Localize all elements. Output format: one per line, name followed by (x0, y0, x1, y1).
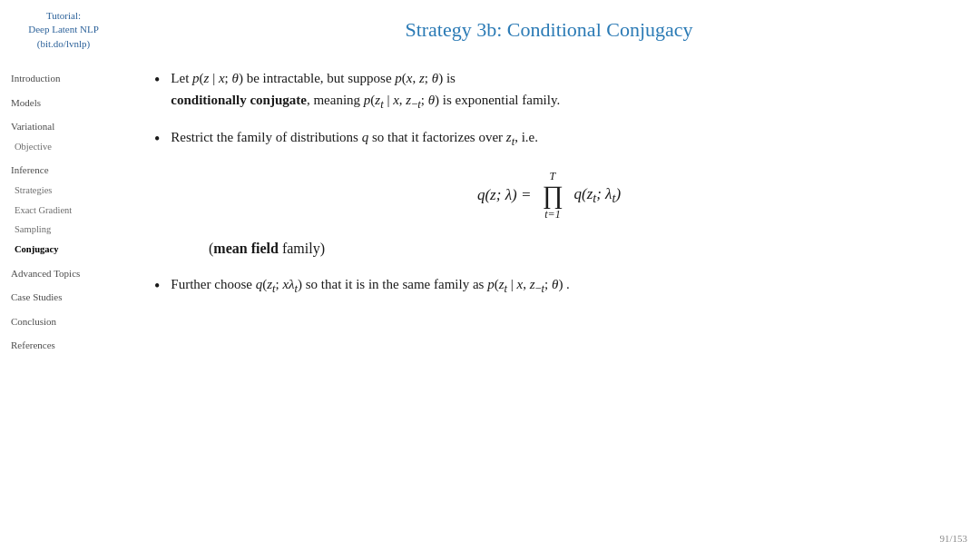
sidebar-item-conclusion[interactable]: Conclusion (7, 312, 120, 331)
bullet-1: • Let p(z | x; θ) be intractable, but su… (154, 67, 944, 113)
sidebar: Tutorial: Deep Latent NLP (bit.do/lvnlp)… (0, 0, 127, 551)
bullet-3-text: Further choose q(zt; xλt) so that it is … (171, 273, 944, 298)
bullet-3: • Further choose q(zt; xλt) so that it i… (154, 273, 944, 299)
formula-rhs: q(zt; λt) (573, 182, 621, 209)
product-symbol: ∏ (542, 182, 563, 208)
sidebar-item-conjugacy[interactable]: Conjugacy (7, 241, 120, 259)
bullet-dot-1: • (154, 68, 160, 93)
formula-product: T ∏ t=1 (542, 170, 563, 221)
slide-title: Strategy 3b: Conditional Conjugacy (154, 18, 944, 42)
sidebar-item-objective[interactable]: Objective (7, 138, 120, 156)
bullet-2: • Restrict the family of distributions q… (154, 126, 944, 152)
sidebar-title-line2: Deep Latent NLP (7, 23, 120, 36)
sidebar-item-exact-gradient[interactable]: Exact Gradient (7, 202, 120, 220)
main-content: Strategy 3b: Conditional Conjugacy • Let… (127, 0, 980, 551)
sidebar-item-variational[interactable]: Variational (7, 117, 120, 136)
sidebar-item-sampling[interactable]: Sampling (7, 221, 120, 239)
formula-block: q(z; λ) = T ∏ t=1 q(zt; λt) (154, 170, 944, 221)
bullet-dot-3: • (154, 274, 160, 299)
bullet1-bold: conditionally conjugate (171, 93, 307, 107)
bullet-2-text: Restrict the family of distributions q s… (171, 126, 944, 151)
mean-field-bold: mean field (213, 241, 279, 256)
bullet-dot-2: • (154, 127, 160, 152)
sidebar-item-strategies[interactable]: Strategies (7, 182, 120, 200)
formula-lhs: q(z; λ) = (477, 182, 531, 209)
sidebar-title-line1: Tutorial: (7, 9, 120, 23)
sidebar-item-introduction[interactable]: Introduction (7, 69, 120, 88)
content-body: • Let p(z | x; θ) be intractable, but su… (154, 67, 944, 533)
sidebar-item-case-studies[interactable]: Case Studies (7, 288, 120, 307)
page-number: 91/153 (939, 533, 967, 544)
sidebar-item-models[interactable]: Models (7, 93, 120, 113)
sidebar-title: Tutorial: Deep Latent NLP (bit.do/lvnlp) (7, 9, 120, 51)
formula-row: q(z; λ) = T ∏ t=1 q(zt; λt) (477, 170, 621, 221)
sidebar-item-advanced-topics[interactable]: Advanced Topics (7, 264, 120, 283)
sidebar-item-inference[interactable]: Inference (7, 161, 120, 180)
product-bottom: t=1 (544, 208, 560, 221)
mean-field: (mean field family) (209, 236, 944, 261)
bullet-1-text: Let p(z | x; θ) be intractable, but supp… (171, 67, 944, 113)
bullet1-text-part1: Let p(z | x; θ) be intractable, but supp… (171, 71, 456, 85)
sidebar-title-line3: (bit.do/lvnlp) (7, 37, 120, 51)
sidebar-item-references[interactable]: References (7, 336, 120, 355)
bullet1-text-part4: , meaning p(zt | x, z−t; θ) is exponenti… (307, 93, 560, 107)
